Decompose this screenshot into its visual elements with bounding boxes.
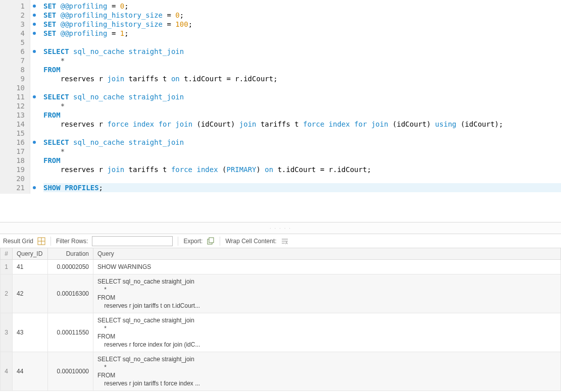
statement-marker [30,183,38,192]
line-number: 21 [0,183,27,192]
line-number: 1 [0,2,27,11]
statement-marker [30,101,38,110]
line-number: 14 [0,120,27,129]
statement-marker [30,74,38,83]
code-line[interactable]: SET @@profiling = 1; [43,29,561,38]
code-line[interactable] [43,174,561,183]
statement-marker [30,120,38,129]
code-line[interactable]: reserves r join tariffs t force index (P… [43,165,561,174]
line-number: 12 [0,101,27,110]
col-header-duration[interactable]: Duration [48,248,93,259]
export-label: Export: [183,238,202,245]
line-number: 4 [0,29,27,38]
statement-marker-gutter [30,0,38,194]
code-line[interactable]: * [43,101,561,110]
line-number: 6 [0,47,27,56]
col-header-query[interactable]: Query [93,248,561,259]
col-header-rownum[interactable]: # [1,248,13,259]
query-cell[interactable]: SHOW WARNINGS [93,259,561,274]
line-number: 2 [0,11,27,20]
statement-marker [30,65,38,74]
export-icon[interactable] [207,237,215,245]
code-line[interactable]: SELECT sql_no_cache straight_join [43,138,561,147]
code-line[interactable]: * [43,56,561,65]
statement-marker [30,38,38,47]
code-line[interactable]: FROM [43,65,561,74]
query-cell[interactable]: SELECT sql_no_cache straight_join * FROM… [93,274,561,313]
code-line[interactable]: SET @@profiling_history_size = 100; [43,20,561,29]
wrap-cell-icon[interactable]: A [281,237,289,245]
line-number: 5 [0,38,27,47]
statement-dot-icon [33,186,36,189]
line-number: 13 [0,110,27,120]
result-grid-icon[interactable] [37,237,45,245]
query-id-cell[interactable]: 42 [13,274,48,313]
line-number-gutter: 123456789101112131415161718192021 [0,0,30,194]
row-number-cell: 1 [1,259,13,274]
wrap-cell-label: Wrap Cell Content: [225,238,276,245]
col-header-query-id[interactable]: Query_ID [13,248,48,259]
table-row[interactable]: 3430.00011550SELECT sql_no_cache straigh… [1,313,561,352]
table-row[interactable]: 2420.00016300SELECT sql_no_cache straigh… [1,274,561,313]
code-line[interactable]: FROM [43,110,561,120]
statement-marker [30,138,38,147]
statement-marker [30,174,38,183]
line-number: 11 [0,92,27,101]
row-number-cell: 3 [1,313,13,352]
code-line[interactable]: reserves r force index for join (idCourt… [43,120,561,129]
query-id-cell[interactable]: 44 [13,352,48,390]
sql-editor[interactable]: 123456789101112131415161718192021 SET @@… [0,0,561,222]
query-id-cell[interactable]: 41 [13,259,48,274]
code-area[interactable]: SET @@profiling = 0;SET @@profiling_hist… [38,0,561,194]
statement-marker [30,47,38,56]
statement-dot-icon [33,23,36,26]
code-line[interactable]: SELECT sql_no_cache straight_join [43,47,561,56]
code-line[interactable]: SET @@profiling_history_size = 0; [43,11,561,20]
duration-cell[interactable]: 0.00011550 [48,313,93,352]
code-line[interactable]: FROM [43,156,561,165]
line-number: 17 [0,147,27,156]
code-line[interactable]: SELECT sql_no_cache straight_join [43,92,561,101]
code-line[interactable] [43,129,561,138]
duration-cell[interactable]: 0.00016300 [48,274,93,313]
code-line[interactable]: * [43,147,561,156]
line-number: 3 [0,20,27,29]
code-line[interactable]: SET @@profiling = 0; [43,2,561,11]
duration-cell[interactable]: 0.00002050 [48,259,93,274]
statement-marker [30,129,38,138]
pane-splitter[interactable]: · · · · · [0,222,561,234]
query-cell[interactable]: SELECT sql_no_cache straight_join * FROM… [93,313,561,352]
line-number: 9 [0,74,27,83]
filter-rows-label: Filter Rows: [56,238,88,245]
toolbar-separator [50,237,51,246]
statement-marker [30,11,38,20]
statement-dot-icon [33,5,36,8]
statement-dot-icon [33,50,36,53]
results-toolbar: Result Grid Filter Rows: Export: Wrap Ce… [0,234,561,248]
line-number: 15 [0,129,27,138]
query-cell[interactable]: SELECT sql_no_cache straight_join * FROM… [93,352,561,390]
line-number: 18 [0,156,27,165]
statement-dot-icon [33,14,36,17]
row-number-cell: 2 [1,274,13,313]
filter-rows-input[interactable] [92,236,173,246]
line-number: 7 [0,56,27,65]
code-line[interactable]: SHOW PROFILES; [43,183,561,192]
svg-rect-6 [209,238,214,243]
code-line[interactable] [43,38,561,47]
duration-cell[interactable]: 0.00010000 [48,352,93,390]
statement-dot-icon [33,32,36,35]
statement-marker [30,110,38,120]
statement-marker [30,20,38,29]
statement-dot-icon [33,95,36,98]
statement-marker [30,56,38,65]
code-line[interactable] [43,83,561,92]
table-row[interactable]: 1410.00002050SHOW WARNINGS [1,259,561,274]
table-row[interactable]: 4440.00010000SELECT sql_no_cache straigh… [1,352,561,390]
result-grid-table[interactable]: # Query_ID Duration Query 1410.00002050S… [0,248,561,391]
statement-marker [30,29,38,38]
row-number-cell: 4 [1,352,13,390]
statement-marker [30,165,38,174]
query-id-cell[interactable]: 43 [13,313,48,352]
code-line[interactable]: reserves r join tariffs t on t.idCourt =… [43,74,561,83]
